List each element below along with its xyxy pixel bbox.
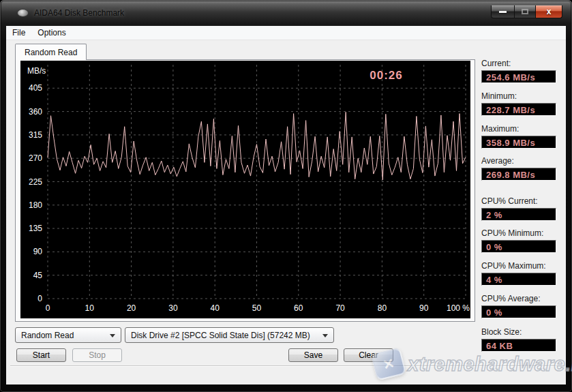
svg-text:10: 10: [85, 303, 95, 313]
svg-text:20: 20: [127, 303, 136, 313]
chevron-down-icon: [110, 334, 115, 337]
stat-label: CPU% Minimum:: [481, 228, 567, 238]
window-controls: x: [491, 5, 562, 18]
stat-label: Current:: [481, 59, 567, 68]
stat-cpu-maximum: CPU% Maximum: 4 %: [481, 261, 567, 286]
svg-text:60: 60: [294, 303, 303, 313]
stat-label: Average:: [481, 156, 567, 166]
stat-cpu-average: CPU% Average: 0 %: [481, 294, 567, 318]
stat-value: 4 %: [481, 273, 556, 286]
svg-text:00:26: 00:26: [370, 69, 402, 82]
tab-random-read[interactable]: Random Read: [15, 44, 87, 60]
chevron-down-icon: [322, 334, 328, 337]
close-button[interactable]: x: [535, 5, 562, 18]
stat-label: CPU% Current:: [481, 196, 567, 206]
svg-text:80: 80: [378, 303, 387, 313]
svg-text:0: 0: [37, 294, 42, 303]
svg-text:100 %: 100 %: [447, 303, 470, 313]
svg-text:90: 90: [419, 303, 429, 313]
menu-item-file[interactable]: File: [6, 26, 31, 40]
start-button[interactable]: Start: [16, 348, 66, 362]
app-icon: [17, 9, 29, 17]
tab-page: 4053603152702251801359045001020304050607…: [15, 59, 475, 322]
stat-average: Average: 269.8 MB/s: [481, 156, 567, 181]
stat-value: 2 %: [481, 208, 556, 221]
stat-value: 228.7 MB/s: [481, 103, 556, 116]
window: AIDA64 Disk Benchmark x File Options Ran…: [0, 0, 572, 392]
client-area: File Options Random Read 405360315270225…: [6, 26, 566, 385]
svg-text:MB/s: MB/s: [27, 66, 46, 76]
drive-select-value: Disk Drive #2 [SPCC Solid State Dis] (57…: [131, 331, 310, 340]
stat-label: Minimum:: [481, 91, 567, 101]
stat-block-size: Block Size: 64 KB: [481, 327, 567, 352]
minimize-button[interactable]: [491, 5, 515, 18]
stat-cpu-minimum: CPU% Minimum: 0 %: [481, 228, 567, 253]
svg-text:180: 180: [29, 200, 42, 210]
svg-text:90: 90: [33, 247, 43, 256]
stat-minimum: Minimum: 228.7 MB/s: [481, 91, 567, 116]
stat-label: CPU% Maximum:: [481, 261, 567, 271]
drive-select[interactable]: Disk Drive #2 [SPCC Solid State Dis] (57…: [125, 327, 334, 343]
stat-label: CPU% Average:: [481, 294, 567, 303]
benchmark-type-select[interactable]: Random Read: [15, 327, 121, 343]
svg-text:270: 270: [29, 153, 42, 163]
stat-label: Maximum:: [481, 124, 567, 134]
svg-text:405: 405: [29, 83, 42, 93]
bottom-divider: [10, 365, 562, 367]
stat-value: 358.9 MB/s: [481, 136, 556, 149]
window-title: AIDA64 Disk Benchmark: [34, 8, 124, 18]
chart-svg: 4053603152702251801359045001020304050607…: [20, 61, 470, 318]
minimize-icon: [499, 11, 507, 13]
menu-bar: File Options: [6, 26, 566, 40]
stat-value: 269.8 MB/s: [481, 168, 556, 181]
svg-text:0: 0: [46, 303, 50, 313]
svg-text:40: 40: [211, 303, 220, 313]
svg-text:225: 225: [29, 177, 42, 187]
maximize-button[interactable]: [515, 5, 535, 18]
stat-maximum: Maximum: 358.9 MB/s: [481, 124, 567, 149]
svg-text:50: 50: [252, 303, 262, 313]
chart-panel: 4053603152702251801359045001020304050607…: [20, 61, 470, 318]
svg-text:70: 70: [335, 303, 345, 313]
svg-text:30: 30: [168, 303, 178, 313]
clear-button[interactable]: Clear: [344, 348, 393, 362]
svg-text:45: 45: [33, 271, 43, 280]
stat-value: 254.6 MB/s: [481, 70, 556, 83]
stat-value: 0 %: [481, 240, 556, 253]
svg-text:315: 315: [29, 130, 42, 140]
benchmark-type-value: Random Read: [21, 331, 74, 340]
stat-value: 0 %: [481, 305, 556, 318]
stop-button[interactable]: Stop: [72, 348, 122, 362]
svg-text:360: 360: [29, 107, 42, 117]
stat-current: Current: 254.6 MB/s: [481, 59, 567, 83]
svg-text:135: 135: [29, 224, 42, 233]
close-icon: x: [547, 7, 552, 16]
title-bar: AIDA64 Disk Benchmark x: [0, 0, 572, 26]
stat-value: 64 KB: [481, 339, 556, 352]
stat-label: Block Size:: [481, 327, 567, 337]
menu-item-options[interactable]: Options: [31, 26, 72, 40]
maximize-icon: [522, 9, 528, 14]
screen: AIDA64 Disk Benchmark x File Options Ran…: [0, 0, 572, 392]
save-button[interactable]: Save: [288, 348, 338, 362]
stat-cpu-current: CPU% Current: 2 %: [481, 196, 567, 221]
